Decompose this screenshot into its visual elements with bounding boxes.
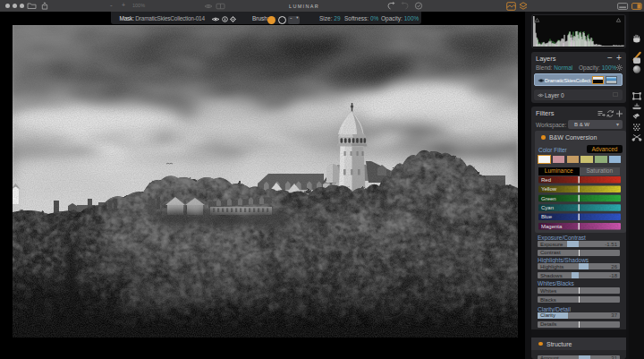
svg-text:Green: Green: [541, 196, 556, 201]
svg-text:Red: Red: [541, 177, 551, 183]
svg-text:Cyan: Cyan: [541, 205, 554, 210]
svg-text:Yellow: Yellow: [541, 186, 557, 192]
svg-text:Blue: Blue: [541, 214, 553, 219]
svg-text:Magenta: Magenta: [541, 224, 563, 229]
